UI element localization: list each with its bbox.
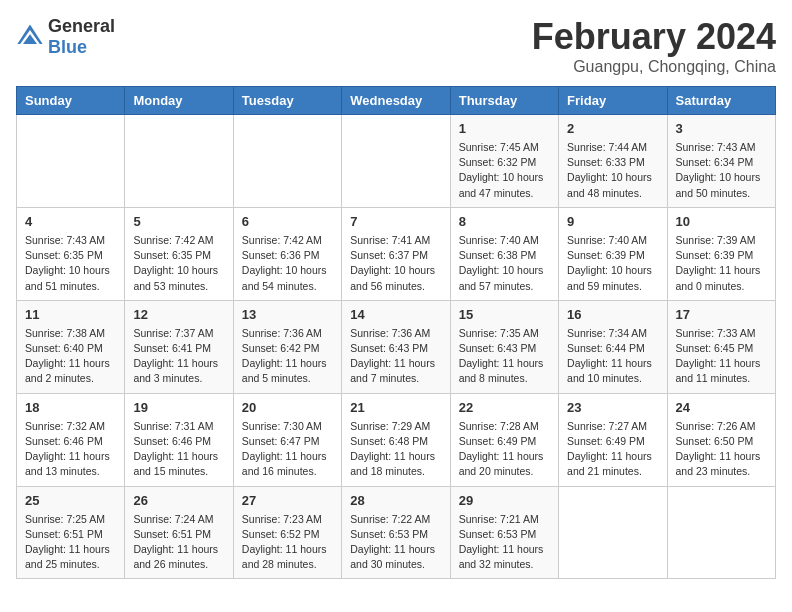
day-number: 21 bbox=[350, 400, 441, 415]
week-row-2: 11Sunrise: 7:38 AM Sunset: 6:40 PM Dayli… bbox=[17, 300, 776, 393]
location-title: Guangpu, Chongqing, China bbox=[532, 58, 776, 76]
day-number: 2 bbox=[567, 121, 658, 136]
day-number: 15 bbox=[459, 307, 550, 322]
day-info: Sunrise: 7:28 AM Sunset: 6:49 PM Dayligh… bbox=[459, 419, 550, 480]
calendar-cell: 18Sunrise: 7:32 AM Sunset: 6:46 PM Dayli… bbox=[17, 393, 125, 486]
calendar-cell: 7Sunrise: 7:41 AM Sunset: 6:37 PM Daylig… bbox=[342, 207, 450, 300]
day-info: Sunrise: 7:23 AM Sunset: 6:52 PM Dayligh… bbox=[242, 512, 333, 573]
week-row-3: 18Sunrise: 7:32 AM Sunset: 6:46 PM Dayli… bbox=[17, 393, 776, 486]
day-info: Sunrise: 7:42 AM Sunset: 6:36 PM Dayligh… bbox=[242, 233, 333, 294]
day-info: Sunrise: 7:38 AM Sunset: 6:40 PM Dayligh… bbox=[25, 326, 116, 387]
header: General Blue February 2024 Guangpu, Chon… bbox=[16, 16, 776, 76]
day-number: 25 bbox=[25, 493, 116, 508]
day-number: 13 bbox=[242, 307, 333, 322]
day-info: Sunrise: 7:36 AM Sunset: 6:43 PM Dayligh… bbox=[350, 326, 441, 387]
calendar-cell: 5Sunrise: 7:42 AM Sunset: 6:35 PM Daylig… bbox=[125, 207, 233, 300]
calendar-cell: 13Sunrise: 7:36 AM Sunset: 6:42 PM Dayli… bbox=[233, 300, 341, 393]
day-number: 22 bbox=[459, 400, 550, 415]
calendar-cell: 1Sunrise: 7:45 AM Sunset: 6:32 PM Daylig… bbox=[450, 115, 558, 208]
week-row-4: 25Sunrise: 7:25 AM Sunset: 6:51 PM Dayli… bbox=[17, 486, 776, 579]
day-info: Sunrise: 7:30 AM Sunset: 6:47 PM Dayligh… bbox=[242, 419, 333, 480]
day-number: 17 bbox=[676, 307, 767, 322]
calendar-table: SundayMondayTuesdayWednesdayThursdayFrid… bbox=[16, 86, 776, 579]
day-info: Sunrise: 7:43 AM Sunset: 6:35 PM Dayligh… bbox=[25, 233, 116, 294]
calendar-cell: 3Sunrise: 7:43 AM Sunset: 6:34 PM Daylig… bbox=[667, 115, 775, 208]
day-info: Sunrise: 7:32 AM Sunset: 6:46 PM Dayligh… bbox=[25, 419, 116, 480]
logo-text: General Blue bbox=[48, 16, 115, 58]
day-number: 10 bbox=[676, 214, 767, 229]
day-number: 26 bbox=[133, 493, 224, 508]
day-number: 5 bbox=[133, 214, 224, 229]
day-header-friday: Friday bbox=[559, 87, 667, 115]
day-number: 4 bbox=[25, 214, 116, 229]
day-number: 9 bbox=[567, 214, 658, 229]
calendar-cell: 17Sunrise: 7:33 AM Sunset: 6:45 PM Dayli… bbox=[667, 300, 775, 393]
calendar-cell: 6Sunrise: 7:42 AM Sunset: 6:36 PM Daylig… bbox=[233, 207, 341, 300]
calendar-cell: 26Sunrise: 7:24 AM Sunset: 6:51 PM Dayli… bbox=[125, 486, 233, 579]
day-info: Sunrise: 7:39 AM Sunset: 6:39 PM Dayligh… bbox=[676, 233, 767, 294]
day-number: 8 bbox=[459, 214, 550, 229]
calendar-cell: 11Sunrise: 7:38 AM Sunset: 6:40 PM Dayli… bbox=[17, 300, 125, 393]
day-number: 28 bbox=[350, 493, 441, 508]
day-number: 19 bbox=[133, 400, 224, 415]
calendar-cell: 12Sunrise: 7:37 AM Sunset: 6:41 PM Dayli… bbox=[125, 300, 233, 393]
day-info: Sunrise: 7:40 AM Sunset: 6:39 PM Dayligh… bbox=[567, 233, 658, 294]
day-info: Sunrise: 7:24 AM Sunset: 6:51 PM Dayligh… bbox=[133, 512, 224, 573]
calendar-cell: 19Sunrise: 7:31 AM Sunset: 6:46 PM Dayli… bbox=[125, 393, 233, 486]
day-number: 18 bbox=[25, 400, 116, 415]
calendar-cell: 8Sunrise: 7:40 AM Sunset: 6:38 PM Daylig… bbox=[450, 207, 558, 300]
month-title: February 2024 bbox=[532, 16, 776, 58]
day-number: 14 bbox=[350, 307, 441, 322]
calendar-cell bbox=[559, 486, 667, 579]
calendar-cell: 28Sunrise: 7:22 AM Sunset: 6:53 PM Dayli… bbox=[342, 486, 450, 579]
calendar-cell bbox=[17, 115, 125, 208]
day-info: Sunrise: 7:45 AM Sunset: 6:32 PM Dayligh… bbox=[459, 140, 550, 201]
calendar-cell: 2Sunrise: 7:44 AM Sunset: 6:33 PM Daylig… bbox=[559, 115, 667, 208]
day-info: Sunrise: 7:36 AM Sunset: 6:42 PM Dayligh… bbox=[242, 326, 333, 387]
calendar-cell: 21Sunrise: 7:29 AM Sunset: 6:48 PM Dayli… bbox=[342, 393, 450, 486]
day-number: 20 bbox=[242, 400, 333, 415]
calendar-cell: 24Sunrise: 7:26 AM Sunset: 6:50 PM Dayli… bbox=[667, 393, 775, 486]
day-number: 7 bbox=[350, 214, 441, 229]
week-row-0: 1Sunrise: 7:45 AM Sunset: 6:32 PM Daylig… bbox=[17, 115, 776, 208]
calendar-cell: 4Sunrise: 7:43 AM Sunset: 6:35 PM Daylig… bbox=[17, 207, 125, 300]
day-info: Sunrise: 7:25 AM Sunset: 6:51 PM Dayligh… bbox=[25, 512, 116, 573]
week-row-1: 4Sunrise: 7:43 AM Sunset: 6:35 PM Daylig… bbox=[17, 207, 776, 300]
calendar-body: 1Sunrise: 7:45 AM Sunset: 6:32 PM Daylig… bbox=[17, 115, 776, 579]
day-info: Sunrise: 7:22 AM Sunset: 6:53 PM Dayligh… bbox=[350, 512, 441, 573]
calendar-cell: 20Sunrise: 7:30 AM Sunset: 6:47 PM Dayli… bbox=[233, 393, 341, 486]
calendar-cell: 14Sunrise: 7:36 AM Sunset: 6:43 PM Dayli… bbox=[342, 300, 450, 393]
day-info: Sunrise: 7:34 AM Sunset: 6:44 PM Dayligh… bbox=[567, 326, 658, 387]
day-info: Sunrise: 7:44 AM Sunset: 6:33 PM Dayligh… bbox=[567, 140, 658, 201]
calendar-cell: 10Sunrise: 7:39 AM Sunset: 6:39 PM Dayli… bbox=[667, 207, 775, 300]
calendar-cell: 16Sunrise: 7:34 AM Sunset: 6:44 PM Dayli… bbox=[559, 300, 667, 393]
day-number: 27 bbox=[242, 493, 333, 508]
day-number: 6 bbox=[242, 214, 333, 229]
title-area: February 2024 Guangpu, Chongqing, China bbox=[532, 16, 776, 76]
day-number: 16 bbox=[567, 307, 658, 322]
calendar-header-row: SundayMondayTuesdayWednesdayThursdayFrid… bbox=[17, 87, 776, 115]
day-info: Sunrise: 7:21 AM Sunset: 6:53 PM Dayligh… bbox=[459, 512, 550, 573]
day-number: 3 bbox=[676, 121, 767, 136]
day-info: Sunrise: 7:26 AM Sunset: 6:50 PM Dayligh… bbox=[676, 419, 767, 480]
day-number: 23 bbox=[567, 400, 658, 415]
day-number: 1 bbox=[459, 121, 550, 136]
calendar-cell: 27Sunrise: 7:23 AM Sunset: 6:52 PM Dayli… bbox=[233, 486, 341, 579]
day-info: Sunrise: 7:33 AM Sunset: 6:45 PM Dayligh… bbox=[676, 326, 767, 387]
day-header-sunday: Sunday bbox=[17, 87, 125, 115]
day-info: Sunrise: 7:35 AM Sunset: 6:43 PM Dayligh… bbox=[459, 326, 550, 387]
calendar-cell: 15Sunrise: 7:35 AM Sunset: 6:43 PM Dayli… bbox=[450, 300, 558, 393]
logo-blue: Blue bbox=[48, 37, 87, 57]
day-info: Sunrise: 7:37 AM Sunset: 6:41 PM Dayligh… bbox=[133, 326, 224, 387]
calendar-cell: 29Sunrise: 7:21 AM Sunset: 6:53 PM Dayli… bbox=[450, 486, 558, 579]
calendar-cell: 23Sunrise: 7:27 AM Sunset: 6:49 PM Dayli… bbox=[559, 393, 667, 486]
calendar-cell bbox=[125, 115, 233, 208]
day-number: 11 bbox=[25, 307, 116, 322]
logo-icon bbox=[16, 23, 44, 51]
day-info: Sunrise: 7:40 AM Sunset: 6:38 PM Dayligh… bbox=[459, 233, 550, 294]
calendar-cell bbox=[667, 486, 775, 579]
day-info: Sunrise: 7:41 AM Sunset: 6:37 PM Dayligh… bbox=[350, 233, 441, 294]
calendar-cell: 22Sunrise: 7:28 AM Sunset: 6:49 PM Dayli… bbox=[450, 393, 558, 486]
day-info: Sunrise: 7:29 AM Sunset: 6:48 PM Dayligh… bbox=[350, 419, 441, 480]
calendar-cell: 9Sunrise: 7:40 AM Sunset: 6:39 PM Daylig… bbox=[559, 207, 667, 300]
